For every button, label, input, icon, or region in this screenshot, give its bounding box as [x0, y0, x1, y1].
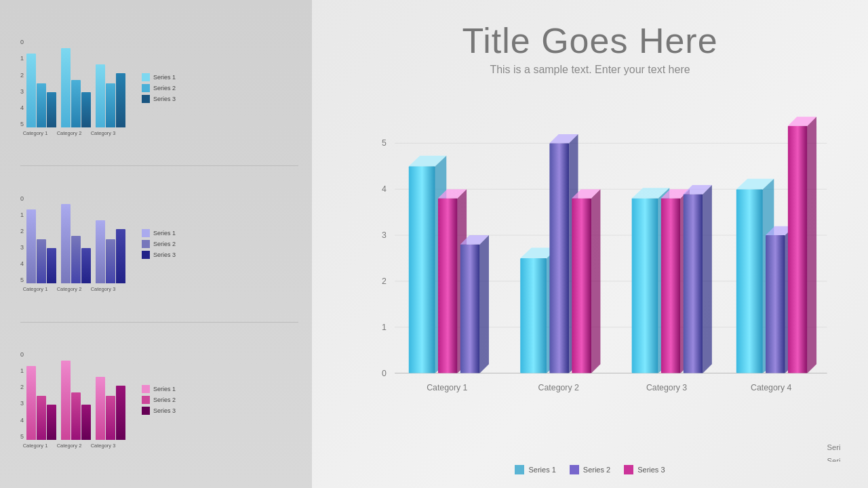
svg-rect-31 [684, 194, 703, 373]
legend-label: Series 1 [153, 230, 176, 237]
right-panel: Title Goes Here This is a sample text. E… [312, 0, 868, 488]
svg-rect-10 [438, 199, 458, 373]
big-chart-wrapper: 0 1 2 3 4 5 [339, 83, 841, 474]
small-chart-purple: 543210 [20, 169, 298, 318]
legend-text-s3: Series 3 [637, 466, 665, 474]
big-chart-legend: Series 1 Series 2 Series 3 [339, 465, 841, 474]
cat-label: Category 1 [20, 130, 50, 136]
subtitle: This is a sample text. Enter your text h… [339, 64, 841, 76]
x-label-cat3: Category 3 [646, 383, 687, 392]
y-axis-3: 543210 [20, 352, 24, 440]
legend-label: Series 3 [153, 96, 176, 102]
legend-label: Series 2 [153, 396, 176, 403]
legend-box-s1 [515, 465, 524, 474]
cat-label: Category 1 [20, 286, 50, 292]
legend-label: Series 3 [153, 251, 176, 258]
svg-rect-40 [788, 126, 808, 373]
svg-rect-22 [572, 199, 591, 373]
left-panel: 543210 [0, 0, 312, 488]
legend-text-s2: Series 2 [583, 466, 610, 474]
svg-rect-16 [520, 258, 547, 373]
svg-rect-13 [460, 244, 480, 373]
svg-rect-25 [632, 199, 658, 373]
cat-label: Category 3 [88, 130, 118, 136]
divider-1 [20, 165, 298, 166]
cat-label: Category 2 [54, 443, 84, 449]
divider-2 [20, 322, 298, 323]
svg-marker-15 [480, 235, 489, 373]
cat-label: Category 1 [20, 443, 50, 449]
small-chart-blue: 543210 [20, 14, 298, 162]
y-label-3: 3 [382, 230, 387, 240]
small-chart-pink: 543210 [20, 326, 298, 474]
x-label-cat2: Category 2 [538, 383, 579, 392]
x-label-cat4: Category 4 [751, 383, 791, 392]
y-label-5: 5 [382, 138, 387, 148]
y-axis-2: 543210 [20, 195, 24, 283]
series-label-2: Series 2 [827, 457, 841, 462]
svg-rect-28 [661, 199, 681, 373]
svg-marker-33 [703, 185, 712, 373]
legend-box-s2 [570, 465, 579, 474]
cat-label: Category 3 [88, 286, 118, 292]
legend-label: Series 2 [153, 85, 176, 92]
series-label-1: Series 1 [827, 443, 841, 451]
cat-label: Category 2 [54, 286, 84, 292]
legend-label: Series 2 [153, 241, 176, 247]
legend-label: Series 3 [153, 407, 176, 414]
main-title: Title Goes Here [339, 20, 841, 61]
y-label-0: 0 [382, 369, 387, 378]
y-axis-1: 543210 [20, 39, 24, 127]
svg-marker-24 [591, 189, 600, 373]
legend-label: Series 1 [153, 74, 176, 81]
title-area: Title Goes Here This is a sample text. E… [339, 20, 841, 76]
cat-label: Category 2 [54, 130, 84, 136]
big-chart-svg: 0 1 2 3 4 5 [339, 83, 841, 462]
svg-rect-37 [766, 235, 785, 373]
svg-marker-42 [808, 117, 816, 373]
legend-label: Series 1 [153, 386, 176, 392]
legend-text-s1: Series 1 [528, 466, 555, 474]
svg-rect-19 [549, 143, 569, 373]
legend-purple: Series 1 Series 2 Series 3 [142, 229, 176, 259]
y-label-2: 2 [382, 277, 387, 286]
legend-box-s3 [624, 465, 633, 474]
legend-blue: Series 1 Series 2 Series 3 [142, 73, 176, 103]
y-label-4: 4 [382, 184, 387, 194]
y-label-1: 1 [382, 323, 387, 332]
svg-rect-7 [409, 166, 435, 373]
svg-rect-34 [736, 189, 763, 373]
x-label-cat1: Category 1 [427, 383, 467, 392]
cat-label: Category 3 [88, 443, 118, 449]
legend-pink: Series 1 Series 2 Series 3 [142, 385, 176, 415]
